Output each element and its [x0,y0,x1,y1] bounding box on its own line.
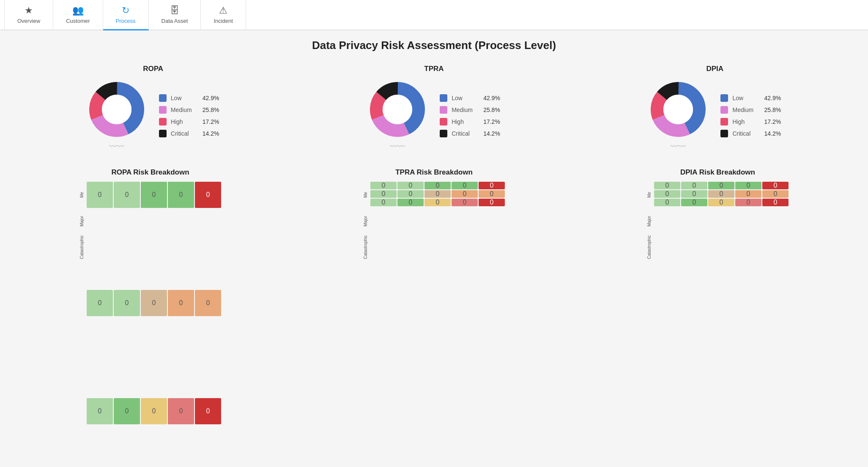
ropa-y-major: Major [79,208,84,234]
ropa-legend-critical: Critical 14.2% [159,130,219,137]
dpia-high-value: 17.2% [764,118,781,125]
dpia-wave-icon: 〰〰 [671,142,686,151]
dpia-high-label: High [732,118,760,125]
breakdown-row: ROPA Risk Breakdown Catastrophic Major M… [13,168,855,467]
matrix-cell: 0 [397,199,424,206]
ropa-donut-svg [87,80,146,139]
tpra-low-color [440,94,447,102]
ropa-chart-section: ROPA 〰〰 [13,65,293,151]
tpra-wave-icon: 〰〰 [390,142,405,151]
tpra-y-major: Major [363,208,368,234]
matrix-cell: 0 [681,190,707,198]
matrix-cell: 0 [452,182,478,189]
ropa-medium-value: 25.8% [203,107,219,113]
dpia-critical-value: 14.2% [764,130,781,137]
dpia-breakdown-section: DPIA Risk Breakdown Catastrophic Major M… [580,168,855,467]
tpra-donut-legend: 〰〰 Low 42.9% Medium 25.8% Hi [368,80,500,151]
ropa-donut-wrapper: 〰〰 [87,80,146,151]
tpra-legend-critical: Critical 14.2% [440,130,500,137]
matrix-cell: 0 [370,199,397,206]
tpra-chart-section: TPRA 〰〰 Low 42.9% [293,65,574,151]
dpia-y-catastrophic: Catastrophic [647,234,652,260]
dpia-donut-svg [649,80,708,139]
matrix-cell: 0 [654,199,680,206]
tab-data-asset[interactable]: 🗄 Data Asset [149,0,201,30]
nav-tabs: ★ Overview 👥 Customer ↻ Process 🗄 Data A… [0,0,868,30]
dpia-legend-medium: Medium 25.8% [720,106,781,114]
overview-icon: ★ [25,5,33,16]
data-asset-icon: 🗄 [170,5,179,16]
ropa-low-color [159,94,167,102]
dpia-donut-legend: 〰〰 Low 42.9% Medium 25.8% Hi [649,80,781,151]
ropa-low-label: Low [171,95,198,101]
ropa-major-row: 0 0 0 0 0 [87,290,221,397]
matrix-cell: 0 [424,190,451,198]
tpra-medium-label: Medium [452,107,479,113]
dpia-breakdown-title: DPIA Risk Breakdown [680,168,755,177]
tpra-med-row: 0 0 0 0 0 [370,199,505,206]
dpia-medium-label: Medium [732,107,760,113]
svg-point-9 [383,95,412,124]
matrix-cell: 0 [735,190,761,198]
ropa-legend-high: High 17.2% [159,118,219,126]
dpia-med-row: 0 0 0 0 0 [654,199,789,206]
process-icon: ↻ [122,5,129,16]
matrix-cell: 0 [654,190,680,198]
tab-customer[interactable]: 👥 Customer [53,0,103,30]
tab-process[interactable]: ↻ Process [103,0,149,30]
dpia-major-row: 0 0 0 0 0 [654,190,789,198]
tpra-legend-high: High 17.2% [440,118,500,126]
incident-icon: ⚠ [219,5,227,16]
matrix-cell: 0 [424,182,451,189]
dpia-title: DPIA [706,65,724,73]
dpia-high-color [720,118,728,126]
ropa-medium-color [159,106,167,114]
ropa-medium-label: Medium [171,107,198,113]
matrix-cell: 0 [114,398,140,424]
tpra-legend-medium: Medium 25.8% [440,106,500,114]
matrix-cell: 0 [168,290,194,316]
matrix-cell: 0 [452,199,478,206]
tpra-critical-color [440,130,447,137]
matrix-cell: 0 [195,398,221,424]
matrix-cell: 0 [397,190,424,198]
main-content: Data Privacy Risk Assessment (Process Le… [0,30,868,467]
matrix-cell: 0 [762,190,789,198]
tpra-breakdown-title: TPRA Risk Breakdown [395,168,473,177]
ropa-critical-label: Critical [171,130,198,137]
matrix-cell: 0 [681,182,707,189]
matrix-cell: 0 [654,182,680,189]
tab-data-asset-label: Data Asset [162,18,188,24]
tpra-y-catastrophic: Catastrophic [363,234,368,260]
tab-overview-label: Overview [17,18,40,24]
dpia-y-major: Major [647,208,652,234]
tpra-breakdown-section: TPRA Risk Breakdown Catastrophic Major M… [296,168,572,467]
matrix-cell: 0 [114,182,140,208]
tab-incident[interactable]: ⚠ Incident [201,0,246,30]
matrix-cell: 0 [87,182,113,208]
dpia-medium-value: 25.8% [764,107,781,113]
matrix-cell: 0 [479,190,505,198]
dpia-legend-critical: Critical 14.2% [720,130,781,137]
matrix-cell: 0 [195,182,221,208]
matrix-cell: 0 [735,182,761,189]
tpra-high-color [440,118,447,126]
dpia-chart-section: DPIA 〰〰 Low 42.9% [575,65,855,151]
dpia-medium-color [720,106,728,114]
ropa-donut-legend: 〰〰 Low 42.9% Medium 25.8% Hi [87,80,219,151]
matrix-cell: 0 [195,290,221,316]
matrix-cell: 0 [762,199,789,206]
svg-point-4 [102,95,131,124]
matrix-cell: 0 [141,290,167,316]
matrix-cell: 0 [168,398,194,424]
donut-charts-row: ROPA 〰〰 [13,65,855,151]
dpia-critical-color [720,130,728,137]
matrix-cell: 0 [370,182,397,189]
matrix-cell: 0 [114,290,140,316]
matrix-cell: 0 [708,190,734,198]
ropa-y-catastrophic: Catastrophic [79,234,84,260]
tab-overview[interactable]: ★ Overview [4,0,53,30]
ropa-matrix-container: Catastrophic Major Me 0 0 0 0 0 0 [79,182,221,467]
ropa-critical-color [159,130,167,137]
tpra-legend: Low 42.9% Medium 25.8% High 17.2% [440,94,500,137]
